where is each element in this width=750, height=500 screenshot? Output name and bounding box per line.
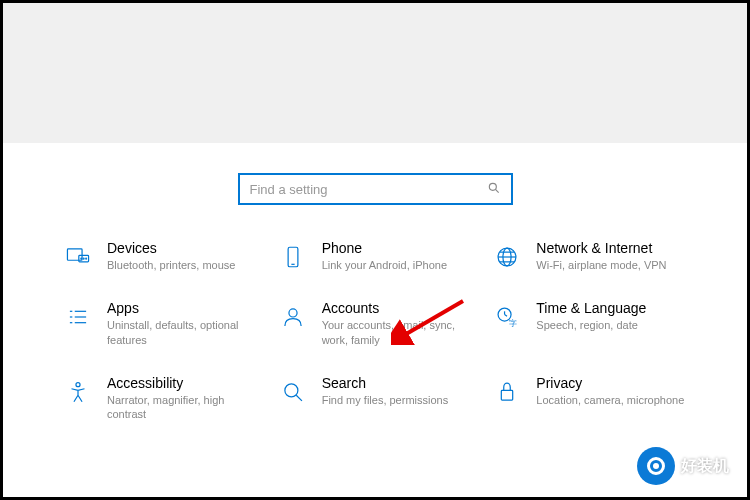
watermark-logo-icon xyxy=(637,447,675,485)
globe-icon xyxy=(492,242,522,272)
lock-icon xyxy=(492,377,522,407)
svg-point-0 xyxy=(489,183,496,190)
tile-text: Accessibility Narrator, magnifier, high … xyxy=(107,375,258,422)
accessibility-icon xyxy=(63,377,93,407)
tile-desc: Location, camera, microphone xyxy=(536,393,687,407)
watermark-text: 好装机 xyxy=(681,456,729,477)
tile-devices[interactable]: Devices Bluetooth, printers, mouse xyxy=(63,240,258,272)
tile-search[interactable]: Search Find my files, permissions xyxy=(278,375,473,422)
tile-desc: Find my files, permissions xyxy=(322,393,473,407)
tile-desc: Wi-Fi, airplane mode, VPN xyxy=(536,258,687,272)
tile-title: Devices xyxy=(107,240,258,256)
tile-desc: Narrator, magnifier, high contrast xyxy=(107,393,258,422)
svg-point-4 xyxy=(81,258,82,259)
svg-rect-28 xyxy=(502,390,513,400)
apps-icon xyxy=(63,302,93,332)
tile-accounts[interactable]: Accounts Your accounts, email, sync, wor… xyxy=(278,300,473,347)
tile-desc: Your accounts, email, sync, work, family xyxy=(322,318,473,347)
svg-line-23 xyxy=(505,315,507,317)
tile-title: Phone xyxy=(322,240,473,256)
phone-icon xyxy=(278,242,308,272)
tile-text: Search Find my files, permissions xyxy=(322,375,473,407)
tile-text: Devices Bluetooth, printers, mouse xyxy=(107,240,258,272)
tile-text: Accounts Your accounts, email, sync, wor… xyxy=(322,300,473,347)
tile-title: Search xyxy=(322,375,473,391)
svg-point-25 xyxy=(76,383,80,387)
tile-network[interactable]: Network & Internet Wi-Fi, airplane mode,… xyxy=(492,240,687,272)
time-language-icon: 字 xyxy=(492,302,522,332)
tile-title: Accounts xyxy=(322,300,473,316)
tile-desc: Bluetooth, printers, mouse xyxy=(107,258,258,272)
tile-title: Privacy xyxy=(536,375,687,391)
svg-point-6 xyxy=(86,258,87,259)
tile-title: Network & Internet xyxy=(536,240,687,256)
tile-phone[interactable]: Phone Link your Android, iPhone xyxy=(278,240,473,272)
tile-accessibility[interactable]: Accessibility Narrator, magnifier, high … xyxy=(63,375,258,422)
search-box[interactable] xyxy=(238,173,513,205)
devices-icon xyxy=(63,242,93,272)
settings-content: Devices Bluetooth, printers, mouse Phone… xyxy=(3,143,747,421)
window-header-area xyxy=(3,3,747,143)
tile-desc: Link your Android, iPhone xyxy=(322,258,473,272)
tile-title: Accessibility xyxy=(107,375,258,391)
tile-title: Apps xyxy=(107,300,258,316)
tile-text: Privacy Location, camera, microphone xyxy=(536,375,687,407)
tile-time-language[interactable]: 字 Time & Language Speech, region, date xyxy=(492,300,687,347)
search-wrap xyxy=(63,143,687,240)
svg-point-5 xyxy=(83,258,84,259)
svg-line-27 xyxy=(296,395,302,401)
tile-privacy[interactable]: Privacy Location, camera, microphone xyxy=(492,375,687,422)
tile-desc: Uninstall, defaults, optional features xyxy=(107,318,258,347)
tile-text: Apps Uninstall, defaults, optional featu… xyxy=(107,300,258,347)
watermark: 好装机 xyxy=(637,447,729,485)
search-input[interactable] xyxy=(250,182,487,197)
tile-text: Time & Language Speech, region, date xyxy=(536,300,687,332)
tile-apps[interactable]: Apps Uninstall, defaults, optional featu… xyxy=(63,300,258,347)
tile-title: Time & Language xyxy=(536,300,687,316)
svg-rect-2 xyxy=(67,249,82,260)
svg-line-1 xyxy=(495,189,498,192)
svg-point-20 xyxy=(289,309,297,317)
tile-text: Network & Internet Wi-Fi, airplane mode,… xyxy=(536,240,687,272)
settings-grid: Devices Bluetooth, printers, mouse Phone… xyxy=(63,240,687,421)
tile-desc: Speech, region, date xyxy=(536,318,687,332)
tile-text: Phone Link your Android, iPhone xyxy=(322,240,473,272)
search-tile-icon xyxy=(278,377,308,407)
svg-point-26 xyxy=(285,384,298,397)
search-icon xyxy=(487,181,501,198)
svg-text:字: 字 xyxy=(509,319,517,328)
accounts-icon xyxy=(278,302,308,332)
